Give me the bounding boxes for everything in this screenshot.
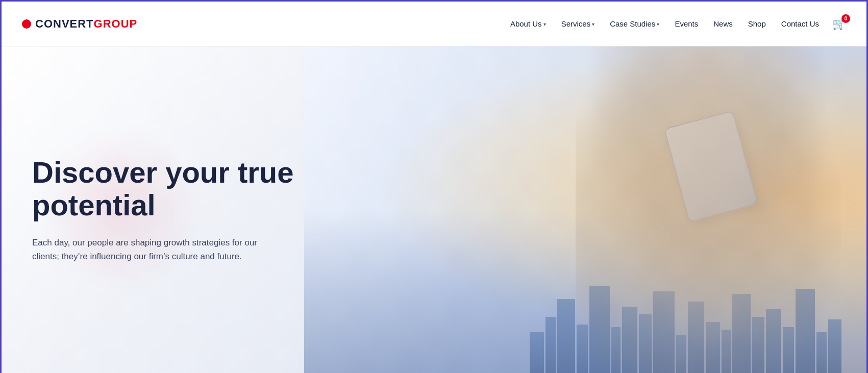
chevron-down-icon-services: ▾ <box>592 21 594 27</box>
hero-person <box>576 46 841 373</box>
hero-content: Discover your true potential Each day, o… <box>2 156 349 263</box>
nav-label-shop: Shop <box>748 19 766 28</box>
nav-item-shop[interactable]: Shop <box>742 16 772 31</box>
nav-item-case-studies[interactable]: Case Studies ▾ <box>604 16 665 31</box>
logo-group: GROUP <box>94 17 138 30</box>
nav-label-contact-us: Contact Us <box>781 19 819 28</box>
building <box>545 317 556 373</box>
nav-label-events: Events <box>675 19 698 28</box>
hero-section: Discover your true potential Each day, o… <box>2 46 866 373</box>
nav-label-services: Services <box>561 19 591 28</box>
cart-badge: 0 <box>841 14 850 23</box>
building <box>557 299 575 373</box>
logo-text: CONVERTGROUP <box>35 17 137 31</box>
nav-label-about-us: About Us <box>510 19 542 28</box>
header: CONVERTGROUP About Us ▾ Services ▾ Case … <box>2 2 866 46</box>
logo[interactable]: CONVERTGROUP <box>22 17 137 31</box>
hero-subtitle: Each day, our people are shaping growth … <box>32 236 277 263</box>
nav-item-services[interactable]: Services ▾ <box>555 16 601 31</box>
logo-dot <box>22 19 31 29</box>
main-nav: About Us ▾ Services ▾ Case Studies ▾ Eve… <box>504 16 846 31</box>
nav-item-news[interactable]: News <box>707 16 739 31</box>
nav-item-contact-us[interactable]: Contact Us <box>775 16 825 31</box>
nav-item-about-us[interactable]: About Us ▾ <box>504 16 552 31</box>
nav-label-news: News <box>713 19 733 28</box>
nav-label-case-studies: Case Studies <box>610 19 655 28</box>
chevron-down-icon-case-studies: ▾ <box>657 21 659 27</box>
logo-convert: CONVERT <box>35 17 94 30</box>
cart-button[interactable]: 🛒 0 <box>832 17 846 31</box>
nav-item-events[interactable]: Events <box>668 16 704 31</box>
hero-title: Discover your true potential <box>32 156 318 221</box>
building <box>530 332 544 373</box>
chevron-down-icon-about-us: ▾ <box>543 21 546 27</box>
